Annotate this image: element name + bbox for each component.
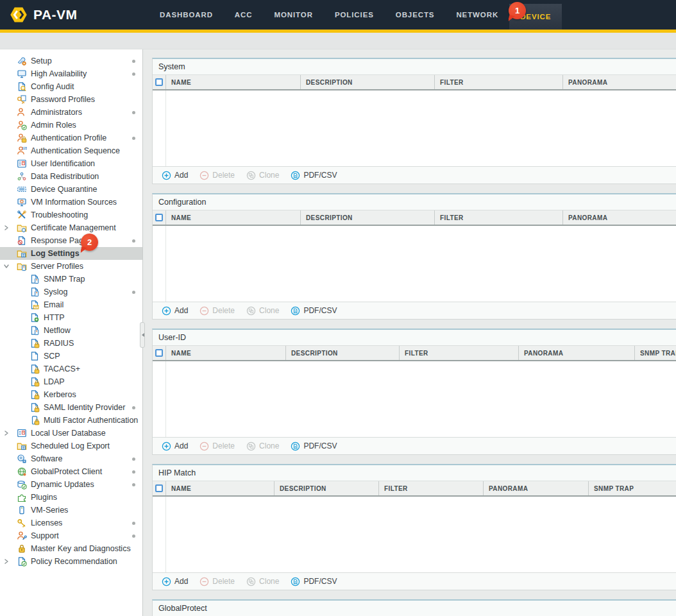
- column-header-description[interactable]: DESCRIPTION: [275, 481, 379, 495]
- column-header-panorama[interactable]: PANORAMA: [484, 481, 589, 495]
- sidebar-item-server-profiles[interactable]: Server Profiles: [0, 260, 142, 273]
- column-header-filter[interactable]: FILTER: [435, 210, 563, 225]
- doc-plain-icon: [30, 351, 40, 361]
- nav-item-network[interactable]: NETWORK: [445, 0, 509, 30]
- sidebar-item-label: Setup: [31, 56, 52, 65]
- sidebar-collapse-handle[interactable]: [140, 322, 145, 348]
- sidebar-item-scheduled-log-export[interactable]: Scheduled Log Export: [0, 440, 142, 452]
- select-all-checkbox[interactable]: [155, 78, 163, 86]
- select-all-checkbox[interactable]: [155, 484, 163, 492]
- sidebar-item-licenses[interactable]: Licenses: [0, 517, 142, 529]
- sidebar-item-master-key-and-diagnostics[interactable]: Master Key and Diagnostics: [0, 542, 142, 555]
- column-header-description[interactable]: DESCRIPTION: [301, 210, 435, 225]
- sidebar-item-label: Netflow: [44, 326, 71, 335]
- select-all-checkbox[interactable]: [155, 349, 163, 357]
- sidebar-item-kerberos[interactable]: Kerberos: [0, 388, 142, 401]
- sidebar-item-local-user-database[interactable]: Local User Database: [0, 427, 142, 440]
- sidebar-item-log-settings[interactable]: Log Settings: [0, 247, 142, 260]
- delete-icon: [199, 441, 209, 451]
- sidebar-item-vm-series[interactable]: VM-Series: [0, 504, 142, 517]
- sidebar-item-authentication-sequence[interactable]: 123Authentication Sequence: [0, 144, 142, 157]
- sidebar-item-user-identification[interactable]: User Identification: [0, 157, 142, 170]
- column-header-filter[interactable]: FILTER: [435, 75, 563, 89]
- action-label: Add: [174, 441, 188, 450]
- sidebar-item-software[interactable]: Software: [0, 452, 142, 465]
- sidebar-item-netflow[interactable]: Netflow: [0, 324, 142, 337]
- sidebar-item-label: Plugins: [31, 493, 57, 502]
- sidebar-item-device-quarantine[interactable]: Device Quarantine: [0, 183, 142, 196]
- sidebar-item-setup[interactable]: Setup: [0, 55, 142, 67]
- sidebar-item-label: Troubleshooting: [31, 210, 88, 219]
- chevron-right-icon[interactable]: [3, 558, 10, 565]
- sidebar-item-support[interactable]: Support: [0, 529, 142, 542]
- sidebar-item-email[interactable]: Email: [0, 298, 142, 311]
- delete-button: Delete: [194, 171, 241, 180]
- sidebar-item-ldap[interactable]: LDAP: [0, 375, 142, 388]
- sidebar-item-admin-roles[interactable]: Admin Roles: [0, 119, 142, 132]
- table-actions-bar: AddDeleteClonePDF/CSV: [153, 437, 676, 454]
- sidebar-item-multi-factor-authentication[interactable]: Multi Factor Authentication: [0, 414, 142, 427]
- sidebar-item-http[interactable]: HTTP: [0, 311, 142, 324]
- add-button[interactable]: Add: [156, 306, 194, 316]
- sidebar-item-certificate-management[interactable]: Certificate Management: [0, 221, 142, 234]
- column-header-filter[interactable]: FILTER: [400, 346, 519, 360]
- column-header-description[interactable]: DESCRIPTION: [286, 346, 400, 360]
- sidebar-item-config-audit[interactable]: Config Audit: [0, 80, 142, 93]
- add-button[interactable]: Add: [156, 577, 194, 586]
- sidebar-item-response-pages[interactable]: Response Pages: [0, 234, 142, 247]
- sidebar-item-authentication-profile[interactable]: Authentication Profile: [0, 132, 142, 144]
- column-header-name[interactable]: NAME: [166, 75, 301, 89]
- select-all-cell: [153, 75, 166, 89]
- column-header-panorama[interactable]: PANORAMA: [563, 210, 676, 225]
- pdf-csv-button[interactable]: PDF/CSV: [285, 577, 342, 586]
- sidebar-item-administrators[interactable]: Administrators: [0, 106, 142, 119]
- doc-server-icon: [30, 325, 40, 336]
- select-all-checkbox[interactable]: [155, 214, 163, 221]
- sidebar-item-globalprotect-client[interactable]: GlobalProtect Client: [0, 465, 142, 478]
- chevron-right-icon[interactable]: [3, 430, 10, 436]
- chevron-right-icon[interactable]: [3, 225, 10, 231]
- add-button[interactable]: Add: [156, 441, 194, 451]
- sidebar-item-tacacs[interactable]: TACACS+: [0, 363, 142, 375]
- pdf-csv-button[interactable]: PDF/CSV: [285, 171, 342, 180]
- sidebar-item-data-redistribution[interactable]: Data Redistribution: [0, 170, 142, 183]
- nav-item-objects[interactable]: OBJECTS: [385, 0, 446, 30]
- sidebar-item-password-profiles[interactable]: Password Profiles: [0, 93, 142, 106]
- sidebar-item-troubleshooting[interactable]: Troubleshooting: [0, 209, 142, 221]
- section-user-id: User-IDNAMEDESCRIPTIONFILTERPANORAMASNMP…: [152, 329, 676, 455]
- column-header-snmp-trap[interactable]: SNMP TRAP: [589, 481, 676, 495]
- column-header-description[interactable]: DESCRIPTION: [301, 75, 435, 89]
- add-button[interactable]: Add: [156, 171, 194, 180]
- sidebar-item-saml-identity-provider[interactable]: SAML Identity Provider: [0, 401, 142, 414]
- delete-icon: [199, 171, 209, 180]
- column-header-filter[interactable]: FILTER: [379, 481, 484, 495]
- pdf-csv-button[interactable]: PDF/CSV: [285, 306, 342, 316]
- checkbox-column-divider: [153, 226, 166, 302]
- chevron-down-icon[interactable]: [3, 263, 10, 270]
- sidebar-item-radius[interactable]: RADIUS: [0, 337, 142, 350]
- sidebar-item-label: Device Quarantine: [31, 185, 97, 194]
- sidebar-item-policy-recommendation[interactable]: Policy Recommendation: [0, 555, 142, 568]
- sidebar-item-snmp-trap[interactable]: SNMP Trap: [0, 273, 142, 286]
- sidebar-item-high-availability[interactable]: High Availability: [0, 67, 142, 80]
- sidebar-item-plugins[interactable]: Plugins: [0, 491, 142, 504]
- column-header-name[interactable]: NAME: [166, 210, 301, 225]
- nav-item-monitor[interactable]: MONITOR: [263, 0, 323, 30]
- pdf-csv-button[interactable]: PDF/CSV: [285, 441, 342, 451]
- sidebar-item-label: High Availability: [31, 69, 87, 78]
- column-header-name[interactable]: NAME: [166, 481, 275, 495]
- phone-lock-icon: [30, 415, 40, 425]
- sidebar-item-vm-information-sources[interactable]: VM Information Sources: [0, 196, 142, 209]
- sidebar-item-scp[interactable]: SCP: [0, 350, 142, 363]
- sidebar-item-dynamic-updates[interactable]: Dynamic Updates: [0, 478, 142, 491]
- nav-item-policies[interactable]: POLICIES: [324, 0, 385, 30]
- column-header-panorama[interactable]: PANORAMA: [519, 346, 635, 360]
- column-header-snmp-trap[interactable]: SNMP TRAP: [635, 346, 676, 360]
- sidebar-item-syslog[interactable]: Syslog: [0, 286, 142, 298]
- context-dot-icon: [132, 458, 135, 461]
- column-header-name[interactable]: NAME: [166, 346, 286, 360]
- nav-item-dashboard[interactable]: DASHBOARD: [149, 0, 224, 30]
- doc-lock-icon: [30, 389, 40, 400]
- nav-item-acc[interactable]: ACC: [224, 0, 264, 30]
- column-header-panorama[interactable]: PANORAMA: [563, 75, 676, 89]
